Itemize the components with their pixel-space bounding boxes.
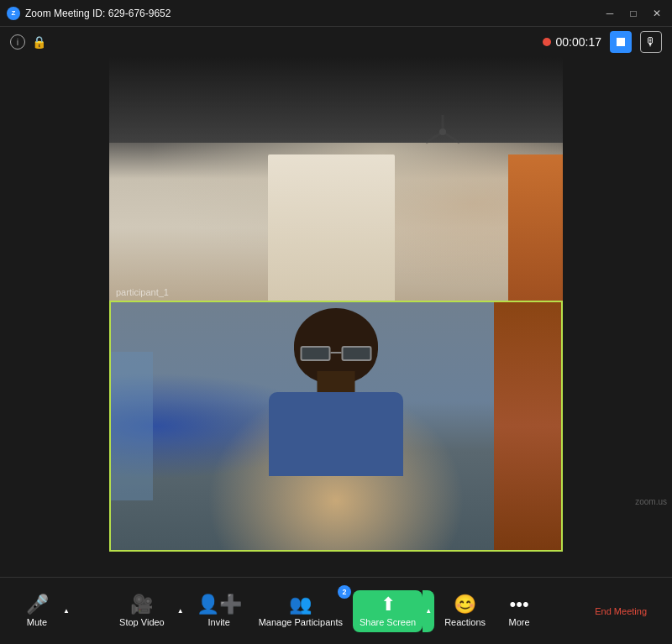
mic-top-button[interactable]: 🎙 — [640, 31, 662, 53]
share-screen-button[interactable]: ⬆ Share Screen — [353, 590, 423, 632]
video-area: participant_1 zoom.us — [0, 57, 672, 577]
glasses-bridge — [331, 352, 342, 353]
svg-point-3 — [439, 128, 446, 135]
record-indicator: 00:00:17 — [543, 35, 602, 49]
share-screen-label: Share Screen — [360, 617, 416, 627]
participants-badge: 2 — [338, 585, 351, 599]
video-caret[interactable]: ▲ — [175, 590, 186, 632]
room-background — [109, 57, 563, 301]
mute-caret[interactable]: ▲ — [60, 590, 72, 632]
end-meeting-button[interactable]: End Meeting — [583, 598, 659, 624]
reactions-icon: 😊 — [454, 595, 476, 614]
mic-icon: 🎤 — [26, 595, 49, 614]
info-right: 00:00:17 🎙 — [543, 31, 663, 53]
share-screen-caret[interactable]: ▲ — [423, 590, 434, 632]
mic-icon: 🎙 — [645, 35, 657, 49]
glasses-right — [342, 346, 372, 361]
info-icon[interactable]: i — [10, 34, 25, 50]
more-button[interactable]: ••• More — [496, 590, 543, 632]
video-icon: 🎥 — [130, 595, 153, 614]
end-meeting-label: End Meeting — [595, 606, 647, 616]
zoom-logo: Z — [7, 7, 20, 20]
reactions-label: Reactions — [444, 617, 486, 627]
record-dot — [543, 38, 551, 46]
right-wall — [494, 302, 561, 550]
window-title: Zoom Meeting ID: 629-676-9652 — [25, 8, 171, 19]
lock-icon: 🔒 — [32, 35, 46, 49]
stop-video-button[interactable]: 🎥 Stop Video — [113, 590, 171, 632]
info-left: i 🔒 — [10, 34, 46, 50]
stop-video-label: Stop Video — [119, 617, 165, 627]
close-button[interactable]: ✕ — [648, 5, 665, 22]
person-figure — [269, 308, 403, 476]
orange-wall — [508, 154, 563, 301]
more-icon: ••• — [509, 595, 528, 614]
maximize-button[interactable]: □ — [625, 5, 642, 22]
share-icon: ⬆ — [381, 595, 396, 614]
glasses-left — [301, 346, 331, 361]
shoulder-shape — [269, 392, 403, 476]
stop-recording-button[interactable] — [610, 31, 632, 53]
door — [268, 154, 395, 301]
mute-button[interactable]: 🎤 Mute — [13, 590, 60, 632]
title-bar-controls: ─ □ ✕ — [601, 5, 665, 22]
timer: 00:00:17 — [556, 35, 602, 49]
minimize-button[interactable]: ─ — [601, 5, 618, 22]
person-background — [111, 302, 561, 550]
video-bottom — [109, 301, 563, 552]
video-top-label: participant_1 — [116, 287, 169, 297]
participants-icon: 👥 — [289, 595, 312, 614]
info-bar: i 🔒 00:00:17 🎙 — [0, 27, 672, 57]
toolbar-left: 🎤 Mute ▲ — [13, 590, 72, 632]
watermark: zoom.us — [635, 497, 667, 506]
stop-icon — [617, 38, 625, 46]
video-top: participant_1 — [109, 57, 563, 301]
more-label: More — [509, 617, 530, 627]
title-bar-left: Z Zoom Meeting ID: 629-676-9652 — [7, 7, 171, 20]
invite-label: Invite — [208, 617, 230, 627]
manage-participants-button[interactable]: 👥 2 Manage Participants — [252, 590, 349, 632]
ceiling — [109, 57, 563, 143]
title-bar: Z Zoom Meeting ID: 629-676-9652 ─ □ ✕ — [0, 0, 672, 27]
toolbar-right: End Meeting — [583, 598, 659, 624]
glasses — [301, 346, 372, 363]
share-screen-group: ⬆ Share Screen ▲ — [353, 590, 434, 632]
toolbar-center: 🎥 Stop Video ▲ 👤➕ Invite 👥 2 Manage Part… — [72, 590, 583, 632]
manage-participants-label: Manage Participants — [259, 617, 343, 627]
invite-button[interactable]: 👤➕ Invite — [190, 590, 249, 632]
mute-label: Mute — [27, 617, 47, 627]
toolbar: 🎤 Mute ▲ 🎥 Stop Video ▲ 👤➕ Invite 👥 2 Ma… — [0, 577, 672, 644]
fan-icon — [413, 111, 472, 153]
left-accent — [111, 352, 153, 500]
invite-icon: 👤➕ — [197, 595, 242, 614]
reactions-button[interactable]: 😊 Reactions — [438, 590, 492, 632]
